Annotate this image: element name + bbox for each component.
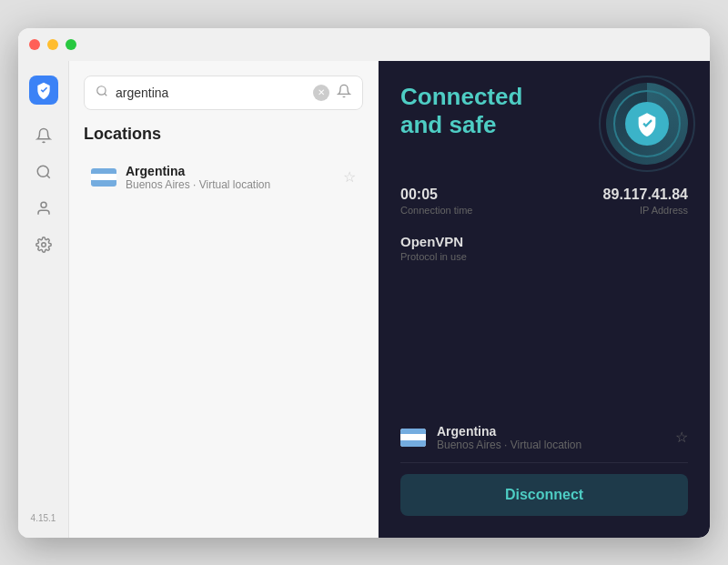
list-item[interactable]: Argentina Buenos Aires · Virtual locatio… [84,155,363,200]
ip-address-value: 89.117.41.84 [551,187,688,203]
argentina-flag [91,168,116,187]
app-window: 4.15.1 ✕ Locations [18,28,710,538]
search-input[interactable] [116,86,306,100]
svg-point-3 [41,242,46,247]
connected-line1: Connected [400,83,522,111]
shield-icon-inner [625,102,669,146]
connected-location-bar: Argentina Buenos Aires · Virtual locatio… [400,413,688,463]
protocol-label: Protocol in use [400,251,688,262]
sidebar: 4.15.1 [18,61,69,538]
sidebar-item-settings[interactable] [27,228,60,261]
right-panel: Connected and safe 00:05 [379,61,710,538]
fullscreen-button[interactable] [66,39,76,50]
close-button[interactable] [29,39,40,50]
ip-address-label: IP Address [551,205,688,216]
connection-time-label: Connection time [400,205,537,216]
minimize-button[interactable] [47,39,58,50]
svg-point-2 [41,202,46,207]
connected-location-sub: Buenos Aires · Virtual location [437,439,664,451]
connected-line2: and safe [400,111,522,139]
connected-flag [400,429,426,447]
sidebar-item-search[interactable] [27,156,60,188]
svg-point-0 [37,166,48,177]
shield-circle-bg [606,83,688,165]
left-panel: ✕ Locations Argentina Buenos Aires · Vir… [69,61,379,538]
protocol-name: OpenVPN [400,234,688,249]
disconnect-button[interactable]: Disconnect [400,474,688,516]
sidebar-item-notifications[interactable] [27,119,60,152]
ip-address-stat: 89.117.41.84 IP Address [551,187,688,216]
shield-circle [606,83,688,165]
shield-logo-icon [35,81,53,99]
locations-title: Locations [84,125,363,144]
location-sub: Buenos Aires · Virtual location [126,178,334,191]
location-info: Argentina Buenos Aires · Virtual locatio… [126,164,334,191]
svg-line-5 [105,94,107,96]
connection-time-stat: 00:05 Connection time [400,187,537,216]
location-name: Argentina [126,164,334,178]
stats-grid: 00:05 Connection time 89.117.41.84 IP Ad… [400,187,688,216]
main-content: 4.15.1 ✕ Locations [18,61,710,538]
version-label: 4.15.1 [31,513,56,523]
app-logo[interactable] [29,76,58,105]
bottom-section: Argentina Buenos Aires · Virtual locatio… [400,413,688,516]
bell-icon[interactable] [337,84,351,102]
title-bar [18,28,710,61]
connected-location-name: Argentina [437,424,664,439]
favorite-icon[interactable]: ☆ [343,168,356,186]
protocol-section: OpenVPN Protocol in use [400,234,688,262]
connected-location-info: Argentina Buenos Aires · Virtual locatio… [437,424,664,451]
svg-point-4 [97,86,106,95]
connected-header: Connected and safe [400,83,688,165]
search-bar[interactable]: ✕ [84,76,363,110]
shield-icon [634,111,660,136]
connection-time-value: 00:05 [400,187,537,203]
search-clear-button[interactable]: ✕ [313,85,329,101]
sidebar-item-account[interactable] [27,192,60,225]
connected-text: Connected and safe [400,83,522,139]
connected-favorite-icon[interactable]: ☆ [675,429,688,446]
search-icon [96,85,108,100]
svg-line-1 [46,175,49,177]
